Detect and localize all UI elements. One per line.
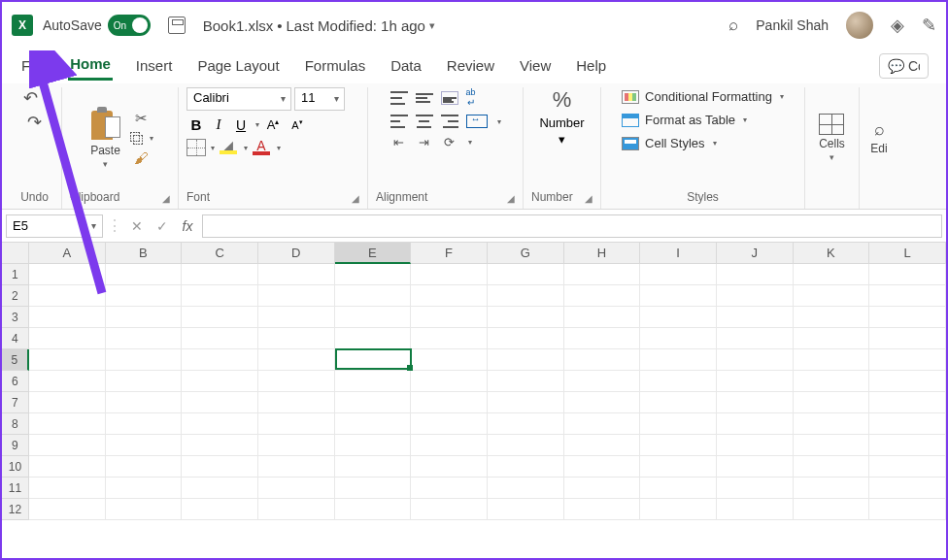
excel-app-icon[interactable]: X bbox=[12, 15, 33, 36]
cell[interactable] bbox=[640, 413, 717, 435]
cut-icon[interactable]: ✂ bbox=[135, 110, 148, 127]
cell[interactable] bbox=[335, 264, 412, 285]
cell[interactable] bbox=[106, 435, 183, 456]
cell[interactable] bbox=[29, 456, 106, 478]
cell[interactable] bbox=[258, 413, 335, 435]
cell[interactable] bbox=[335, 371, 412, 392]
chevron-down-icon[interactable]: ▾ bbox=[244, 144, 248, 152]
column-header[interactable]: I bbox=[640, 243, 717, 264]
cell[interactable] bbox=[564, 371, 641, 392]
search-icon[interactable]: ⌕ bbox=[728, 16, 738, 35]
cell[interactable] bbox=[869, 456, 946, 478]
column-header[interactable]: B bbox=[106, 243, 183, 264]
cell[interactable] bbox=[717, 349, 794, 371]
cell[interactable] bbox=[29, 328, 106, 349]
number-format-button[interactable]: Number ▾ bbox=[539, 115, 584, 147]
cell[interactable] bbox=[106, 371, 183, 392]
cell[interactable] bbox=[258, 371, 335, 392]
cell[interactable] bbox=[29, 435, 106, 456]
cell[interactable] bbox=[717, 371, 794, 392]
cell[interactable] bbox=[106, 413, 183, 435]
align-bottom-button[interactable] bbox=[441, 91, 458, 105]
cell[interactable] bbox=[640, 371, 717, 392]
cell[interactable] bbox=[564, 392, 641, 413]
cell[interactable] bbox=[794, 264, 870, 285]
tab-file[interactable]: File bbox=[19, 53, 47, 80]
avatar[interactable] bbox=[846, 12, 873, 39]
cell[interactable] bbox=[335, 392, 412, 413]
cell[interactable] bbox=[106, 264, 183, 285]
cell[interactable] bbox=[411, 328, 488, 349]
cell[interactable] bbox=[29, 478, 106, 499]
column-header[interactable]: A bbox=[29, 243, 106, 264]
italic-button[interactable]: I bbox=[209, 116, 228, 133]
column-header[interactable]: J bbox=[717, 243, 794, 264]
cell[interactable] bbox=[717, 413, 794, 435]
cell[interactable] bbox=[106, 349, 183, 371]
chevron-down-icon[interactable]: ▾ bbox=[48, 94, 51, 103]
column-header[interactable]: K bbox=[794, 243, 870, 264]
font-color-button[interactable]: A bbox=[251, 140, 272, 155]
cell[interactable] bbox=[869, 349, 946, 371]
decrease-indent-button[interactable]: ⇤ bbox=[390, 135, 408, 149]
cell[interactable] bbox=[717, 478, 794, 499]
cell[interactable] bbox=[488, 392, 564, 413]
cell[interactable] bbox=[869, 285, 946, 307]
row-header[interactable]: 7 bbox=[2, 392, 29, 413]
cell[interactable] bbox=[564, 499, 641, 520]
cell[interactable] bbox=[29, 307, 106, 328]
cell[interactable] bbox=[869, 499, 946, 520]
cell[interactable] bbox=[335, 478, 412, 499]
borders-button[interactable] bbox=[186, 139, 206, 156]
row-header[interactable]: 12 bbox=[2, 499, 29, 520]
cell[interactable] bbox=[794, 413, 870, 435]
cell[interactable] bbox=[794, 499, 870, 520]
save-icon[interactable] bbox=[168, 16, 186, 34]
cell[interactable] bbox=[794, 456, 870, 478]
tab-help[interactable]: Help bbox=[574, 53, 608, 80]
column-header[interactable]: G bbox=[488, 243, 564, 264]
fx-button[interactable]: fx bbox=[177, 218, 198, 234]
increase-font-button[interactable]: A▴ bbox=[262, 117, 284, 132]
tab-view[interactable]: View bbox=[518, 53, 553, 80]
diamond-icon[interactable]: ◈ bbox=[891, 15, 904, 36]
cancel-formula-button[interactable]: ✕ bbox=[126, 218, 148, 234]
cell[interactable] bbox=[258, 349, 335, 371]
cell[interactable] bbox=[182, 413, 258, 435]
cell[interactable] bbox=[717, 264, 794, 285]
cell[interactable] bbox=[106, 478, 183, 499]
wrap-text-button[interactable]: ab↵ bbox=[466, 87, 476, 108]
tab-formulas[interactable]: Formulas bbox=[303, 53, 368, 80]
cell[interactable] bbox=[335, 285, 412, 307]
document-title[interactable]: Book1.xlsx • Last Modified: 1h ago ▾ bbox=[203, 17, 435, 34]
cell[interactable] bbox=[640, 478, 717, 499]
chevron-down-icon[interactable]: ▾ bbox=[277, 144, 281, 152]
cell[interactable] bbox=[717, 285, 794, 307]
cell[interactable] bbox=[258, 478, 335, 499]
align-middle-button[interactable] bbox=[416, 91, 433, 105]
format-painter-icon[interactable]: 🖌 bbox=[134, 149, 149, 166]
row-header[interactable]: 11 bbox=[2, 478, 29, 499]
cell[interactable] bbox=[794, 435, 870, 456]
dialog-launcher-icon[interactable]: ◢ bbox=[352, 193, 359, 204]
cell[interactable] bbox=[335, 307, 412, 328]
cell[interactable] bbox=[182, 392, 258, 413]
cell[interactable] bbox=[29, 349, 106, 371]
cell[interactable] bbox=[106, 307, 183, 328]
cell[interactable] bbox=[717, 435, 794, 456]
select-all-corner[interactable] bbox=[2, 243, 29, 264]
cell[interactable] bbox=[488, 285, 564, 307]
cell[interactable] bbox=[488, 456, 564, 478]
copy-icon[interactable]: ⿻ bbox=[130, 130, 145, 147]
cells-button[interactable]: Cells▾ bbox=[815, 112, 849, 164]
cell[interactable] bbox=[869, 307, 946, 328]
row-header[interactable]: 6 bbox=[2, 371, 29, 392]
cell[interactable] bbox=[869, 371, 946, 392]
row-header[interactable]: 2 bbox=[2, 285, 29, 307]
row-header[interactable]: 8 bbox=[2, 413, 29, 435]
conditional-formatting-button[interactable]: Conditional Formatting▾ bbox=[622, 87, 784, 106]
row-header[interactable]: 5 bbox=[2, 349, 29, 371]
column-header[interactable]: L bbox=[869, 243, 946, 264]
cell[interactable] bbox=[258, 392, 335, 413]
cell[interactable] bbox=[640, 456, 717, 478]
